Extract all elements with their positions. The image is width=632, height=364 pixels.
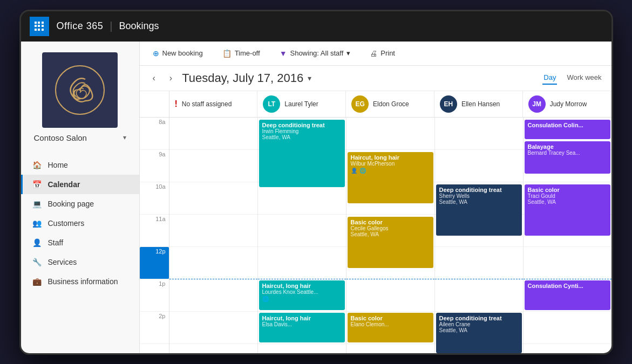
top-bar: Office 365 | Bookings	[21, 11, 611, 42]
cal-nav-left: ‹ › Tuesday, July 17, 2016 ▾	[148, 71, 312, 85]
showing-label: Showing: All staff	[290, 49, 343, 57]
appt-person: Elano Clemon...	[351, 321, 430, 327]
appt-haircut-lt-1p[interactable]: Haircut, long hair Lourdes Knox Seattle.…	[259, 280, 345, 310]
app-name-label: Bookings	[119, 20, 159, 32]
sidebar-item-customers[interactable]: 👥 Customers	[21, 214, 139, 233]
appt-basic-color-eg[interactable]: Basic color Cecile Gallegos Seattle, WA	[348, 217, 433, 268]
time-off-icon: 📋	[222, 49, 232, 58]
waffle-icon[interactable]	[30, 17, 49, 36]
staff-cell-jm: JM Judy Morrow	[523, 91, 611, 117]
calendar-date[interactable]: Tuesday, July 17, 2016 ▾	[182, 71, 311, 85]
row-12p-no-staff	[169, 247, 257, 279]
date-chevron-icon: ▾	[308, 74, 311, 83]
staff-name-eh: Ellen Hansen	[461, 100, 500, 108]
calendar-icon: 📅	[32, 180, 43, 189]
avatar-lt: LT	[263, 95, 280, 113]
appt-icons: 👤 🌐	[351, 168, 430, 174]
appt-balayage-jm[interactable]: Balayage Bernard Tracey Sea...	[525, 141, 610, 174]
grid-col-eh: Deep conditioing treat Sherry Wells Seat…	[435, 118, 524, 353]
print-button[interactable]: 🖨 Print	[365, 47, 399, 60]
appt-title: Deep conditioing treat	[262, 122, 342, 128]
sidebar-item-services-label: Services	[48, 258, 77, 266]
booking-page-icon: 💻	[32, 200, 43, 208]
sidebar-item-staff-label: Staff	[48, 238, 64, 247]
appt-location: Seattle, WA	[439, 199, 519, 205]
no-staff-label: No staff assigned	[182, 100, 232, 108]
showing-filter-button[interactable]: ▼ Showing: All staff ▾	[275, 47, 355, 60]
appt-basic-color-jm[interactable]: Basic color Traci Gould Seattle, WA	[525, 184, 610, 236]
time-1p: 1p	[140, 279, 169, 312]
home-icon: 🏠	[32, 161, 43, 169]
appt-icons: 🌐	[262, 296, 342, 302]
calendar-nav: ‹ › Tuesday, July 17, 2016 ▾ Day Work we…	[140, 66, 611, 91]
time-11a: 11a	[140, 215, 169, 247]
appt-person: Irwin Flemming	[262, 128, 342, 134]
appt-consult-jm-8a[interactable]: Consulation Colin...	[525, 120, 610, 139]
salon-chevron-icon: ▾	[123, 134, 126, 141]
sidebar-item-business-label: Business information	[48, 277, 118, 286]
svg-text:c: c	[72, 80, 82, 105]
appt-title: Deep conditioing treat	[439, 315, 519, 321]
salon-name: Contoso Salon	[34, 133, 123, 142]
sidebar-item-home[interactable]: 🏠 Home	[21, 155, 139, 175]
appt-person: Wilbur McPherson	[351, 161, 430, 167]
staff-icon: 👤	[32, 238, 43, 247]
globe-icon: 🌐	[359, 168, 366, 174]
appt-haircut-eg[interactable]: Haircut, long hair Wilbur McPherson 👤 🌐	[348, 152, 433, 203]
appt-person: Sherry Wells	[439, 193, 519, 199]
appt-title: Basic color	[351, 219, 430, 225]
grid-col-no-staff	[169, 118, 258, 353]
staff-cell-eh: EH Ellen Hansen	[434, 91, 523, 117]
appt-haircut-lt-2p[interactable]: Haircut, long hair Elsa Davis...	[259, 313, 345, 342]
main-content: c Contoso Salon ▾ 🏠 Home 📅 Calendar	[21, 42, 611, 353]
appt-location: Seattle, WA	[262, 134, 342, 140]
time-labels: 8a 9a 10a 11a 12p 1p 2p	[140, 118, 169, 353]
appt-consult-jm-1p[interactable]: Consulation Cynti...	[525, 280, 610, 310]
next-arrow[interactable]: ›	[165, 71, 176, 85]
appt-title-2: Haircut, long hair	[262, 283, 342, 289]
appt-person: Bernard Tracey Sea...	[528, 150, 607, 156]
sidebar-item-business-info[interactable]: 💼 Business information	[21, 272, 139, 291]
office-365-label: Office 365	[57, 20, 104, 32]
appt-deep-cond-eh[interactable]: Deep conditioing treat Sherry Wells Seat…	[436, 184, 522, 236]
logo-area: c Contoso Salon ▾	[21, 42, 139, 151]
nav-items: 🏠 Home 📅 Calendar 💻 Booking page 👥 Custo…	[21, 151, 139, 296]
salon-name-row[interactable]: Contoso Salon ▾	[30, 133, 131, 142]
calendar-area: ⊕ New booking 📋 Time-off ▼ Showing: All …	[140, 42, 611, 353]
prev-arrow[interactable]: ‹	[148, 71, 160, 85]
time-off-button[interactable]: 📋 Time-off	[218, 47, 264, 60]
new-booking-icon: ⊕	[153, 49, 159, 58]
appt-title: Basic color	[351, 315, 430, 321]
appt-title: Haircut, long hair	[351, 154, 430, 161]
row-1p-no-staff	[169, 279, 257, 312]
sidebar-item-staff[interactable]: 👤 Staff	[21, 233, 139, 252]
grid-col-eg: Haircut, long hair Wilbur McPherson 👤 🌐 …	[346, 118, 435, 353]
appt-person: Traci Gould	[528, 193, 607, 199]
row-10a-no-staff	[169, 182, 257, 215]
avatar-jm: JM	[528, 95, 546, 113]
grid-columns: Deep conditioing treat Irwin Flemming Se…	[169, 118, 611, 353]
device-frame: Office 365 | Bookings c Contoso Salon	[19, 10, 613, 355]
staff-cell-lt: LT Laurel Tyler	[257, 91, 346, 117]
sidebar-item-calendar-label: Calendar	[48, 180, 80, 189]
salon-logo-svg: c	[53, 63, 107, 117]
business-info-icon: 💼	[32, 277, 43, 286]
appt-title: Consulation Colin...	[528, 122, 607, 128]
time-8a: 8a	[140, 118, 169, 150]
calendar-date-text: Tuesday, July 17, 2016	[182, 71, 303, 85]
globe-icon: 🌐	[262, 296, 269, 302]
sidebar-item-services[interactable]: 🔧 Services	[21, 252, 139, 272]
services-icon: 🔧	[32, 258, 43, 266]
sidebar-item-booking-page[interactable]: 💻 Booking page	[21, 194, 139, 214]
appt-basic-color-eg-2p[interactable]: Basic color Elano Clemon...	[348, 313, 433, 342]
new-booking-button[interactable]: ⊕ New booking	[148, 47, 207, 60]
appt-deep-conditioning-lt[interactable]: Deep conditioing treat Irwin Flemming Se…	[259, 120, 345, 187]
filter-icon: ▼	[280, 49, 287, 58]
appt-deep-cond-eh-2p[interactable]: Deep conditioing treat Aileen Crane Seat…	[436, 313, 522, 353]
time-9a: 9a	[140, 150, 169, 182]
staff-name-lt: Laurel Tyler	[284, 100, 318, 108]
day-view-button[interactable]: Day	[542, 71, 557, 85]
work-week-view-button[interactable]: Work week	[566, 71, 602, 85]
sidebar-item-calendar[interactable]: 📅 Calendar	[21, 175, 139, 194]
calendar-grid: 8a 9a 10a 11a 12p 1p 2p	[140, 118, 611, 353]
